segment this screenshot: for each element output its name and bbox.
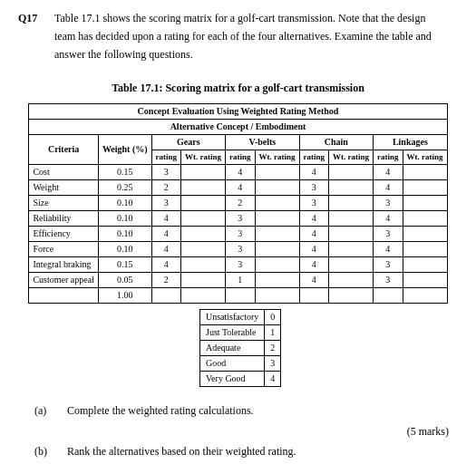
criteria-weight: 0.25 [98,179,151,195]
table-row: Concept Evaluation Using Weighted Rating… [29,104,447,120]
part-a-text: Complete the weighted rating calculation… [67,403,254,419]
key-row: Adequate2 [200,340,281,355]
key-value: 2 [265,340,281,355]
alt-chain-header: Chain [299,135,374,150]
subheader: Wt. rating [181,150,226,165]
gears-rating: 4 [151,210,181,226]
table-row: Weight0.252434 [29,179,447,195]
linkages-rating: 3 [374,272,403,287]
linkages-rating: 4 [374,241,403,256]
part-b-label: (b) [34,444,56,459]
gears-rating: 2 [151,272,181,287]
table-row: Size0.103233 [29,195,447,210]
gears-rating: 4 [151,226,181,241]
alt-linkages-header: Linkages [374,135,448,150]
key-row: Good3 [200,355,281,371]
criteria-header: Criteria [29,135,98,165]
vbelts-rating: 4 [226,179,256,195]
alt-gears-header: Gears [151,135,226,150]
chain-rating: 4 [299,241,329,256]
vbelts-rating: 3 [226,256,256,272]
table-header-method: Concept Evaluation Using Weighted Rating… [29,104,447,120]
part-b: (b) Rank the alternatives based on their… [34,444,458,459]
chain-rating: 3 [299,179,329,195]
part-a-label: (a) [34,403,56,419]
gears-rating: 2 [151,179,181,195]
vbelts-rating: 1 [226,272,256,287]
criteria-name: Reliability [29,210,98,226]
linkages-rating: 4 [374,164,403,179]
key-value: 0 [265,309,281,324]
vbelts-rating: 2 [226,195,256,210]
rating-key-table: Unsatisfactory0Just Tolerable1Adequate2G… [199,309,281,387]
key-row: Unsatisfactory0 [200,309,281,324]
table-row: Integral braking0.154343 [29,256,447,272]
vbelts-rating: 3 [226,241,256,256]
part-a: (a) Complete the weighted rating calcula… [34,403,458,419]
table-row-total: 1.00 [29,287,447,303]
vbelts-rating: 4 [226,164,256,179]
key-label: Adequate [200,340,265,355]
criteria-weight: 0.05 [98,272,151,287]
part-b-text: Rank the alternatives based on their wei… [67,444,296,459]
question-header: Q17 Table 17.1 shows the scoring matrix … [18,11,458,64]
scoring-matrix-table: Concept Evaluation Using Weighted Rating… [28,103,447,304]
linkages-rating: 4 [374,179,403,195]
criteria-name: Customer appeal [29,272,98,287]
criteria-name: Size [29,195,98,210]
criteria-weight: 0.15 [98,164,151,179]
criteria-weight: 0.10 [98,210,151,226]
table-row: Alternative Concept / Embodiment [29,120,447,135]
subheader: rating [374,150,403,165]
key-label: Just Tolerable [200,324,265,340]
criteria-name: Integral braking [29,256,98,272]
table-row: Force0.104344 [29,241,447,256]
key-label: Unsatisfactory [200,309,265,324]
table-row: Reliability0.104344 [29,210,447,226]
criteria-name: Efficiency [29,226,98,241]
criteria-name: Weight [29,179,98,195]
subheader: rating [151,150,181,165]
criteria-weight: 0.10 [98,195,151,210]
question-text-line3: answer the following questions. [54,47,458,63]
table-row: Cost0.153444 [29,164,447,179]
question-body: Table 17.1 shows the scoring matrix for … [54,11,458,64]
table-header-subtitle: Alternative Concept / Embodiment [29,120,447,135]
table-row: Customer appeal0.052143 [29,272,447,287]
key-label: Good [200,355,265,371]
key-value: 1 [265,324,281,340]
linkages-rating: 4 [374,210,403,226]
question-parts: (a) Complete the weighted rating calcula… [34,403,458,464]
key-value: 4 [265,371,281,386]
criteria-weight: 0.15 [98,256,151,272]
rating-key: Unsatisfactory0Just Tolerable1Adequate2G… [199,309,458,387]
chain-rating: 4 [299,272,329,287]
chain-rating: 4 [299,164,329,179]
weight-total: 1.00 [98,287,151,303]
chain-rating: 4 [299,210,329,226]
table-row: Efficiency0.104343 [29,226,447,241]
subheader: Wt. rating [403,150,447,165]
linkages-rating: 3 [374,226,403,241]
gears-rating: 4 [151,256,181,272]
alt-vbelts-header: V-belts [226,135,300,150]
subheader: Wt. rating [255,150,299,165]
key-value: 3 [265,355,281,371]
question-number: Q17 [18,11,44,64]
criteria-name: Force [29,241,98,256]
table-row: Criteria Weight (%) Gears V-belts Chain … [29,135,447,150]
subheader: Wt. rating [329,150,374,165]
linkages-rating: 3 [374,195,403,210]
part-a-marks: (5 marks) [34,424,449,440]
chain-rating: 4 [299,226,329,241]
subheader: rating [226,150,256,165]
key-label: Very Good [200,371,265,386]
subheader: rating [299,150,329,165]
key-row: Very Good4 [200,371,281,386]
question-text-line1: Table 17.1 shows the scoring matrix for … [54,11,458,26]
key-row: Just Tolerable1 [200,324,281,340]
criteria-weight: 0.10 [98,226,151,241]
gears-rating: 3 [151,195,181,210]
weight-header: Weight (%) [98,135,151,165]
linkages-rating: 3 [374,256,403,272]
